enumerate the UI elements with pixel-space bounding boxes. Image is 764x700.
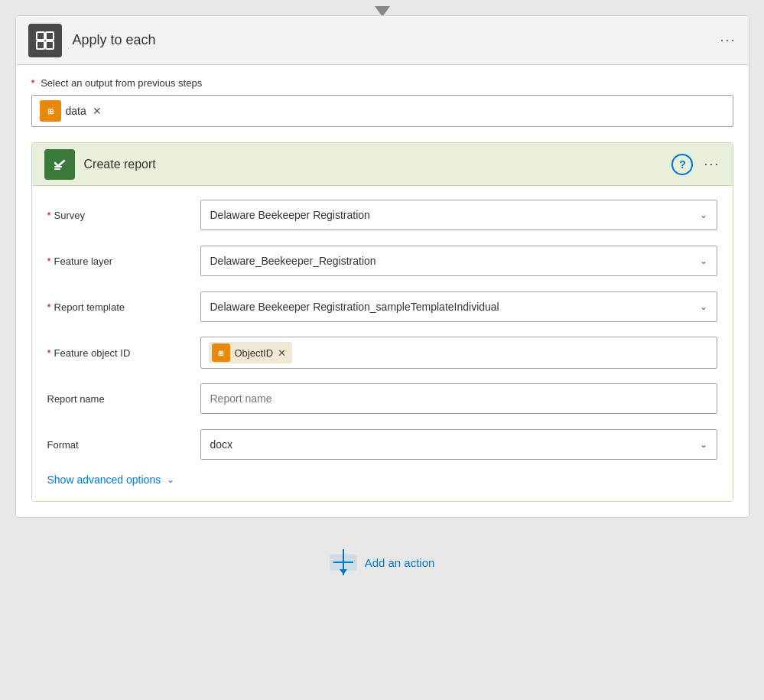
apply-each-icon [28, 24, 62, 57]
object-id-input[interactable]: ⊞ ObjectID ✕ [200, 337, 717, 369]
svg-rect-1 [37, 41, 44, 49]
data-tag-text: data [66, 105, 86, 117]
data-tag: ⊞ data ✕ [40, 100, 102, 122]
svg-rect-3 [46, 41, 54, 49]
create-report-title: Create report [84, 158, 672, 171]
add-action-container: Add an action [330, 549, 435, 576]
header-actions: ··· [720, 32, 736, 48]
object-id-text: ObjectID [235, 347, 274, 359]
feature-object-id-label: * Feature object ID [47, 347, 200, 359]
advanced-options: Show advanced options ⌄ [47, 474, 717, 486]
add-action-icon [330, 549, 357, 576]
object-id-tag: ⊞ ObjectID ✕ [209, 342, 293, 363]
survey-label: * Survey [47, 210, 200, 221]
card-title: Apply to each [73, 32, 720, 48]
svg-text:⊞: ⊞ [218, 350, 224, 357]
survey-value: Delaware Beekeeper Registration [210, 209, 370, 221]
report-template-row: * Report template Delaware Beekeeper Reg… [47, 290, 717, 324]
feature-layer-dropdown[interactable]: Delaware_Beekeeper_Registration ⌄ [200, 246, 717, 276]
format-label: Format [47, 439, 200, 451]
format-chevron-icon: ⌄ [700, 439, 707, 450]
feature-layer-row: * Feature layer Delaware_Beekeeper_Regis… [47, 244, 717, 278]
card-body: * Select an output from previous steps ⊞… [16, 65, 749, 517]
feature-layer-label: * Feature layer [47, 256, 200, 267]
add-action-label: Add an action [365, 556, 435, 569]
select-output-section: * Select an output from previous steps ⊞… [31, 77, 733, 127]
feature-object-id-row: * Feature object ID ⊞ [47, 336, 717, 370]
svg-rect-0 [37, 32, 44, 40]
help-button[interactable]: ? [671, 154, 693, 175]
survey-chevron-icon: ⌄ [700, 210, 707, 220]
show-advanced-options-link[interactable]: Show advanced options [47, 474, 161, 486]
report-name-input[interactable] [200, 383, 717, 414]
feature-object-id-field[interactable]: ⊞ ObjectID ✕ [200, 337, 717, 369]
card-header: Apply to each ··· [16, 16, 749, 65]
required-star: * [31, 77, 35, 89]
object-id-tag-icon: ⊞ [212, 343, 230, 362]
format-value: docx [210, 438, 233, 451]
apply-to-each-card: Apply to each ··· * Select an output fro… [15, 15, 749, 518]
svg-rect-2 [46, 32, 54, 40]
feature-layer-value: Delaware_Beekeeper_Registration [210, 255, 376, 267]
feature-layer-field[interactable]: Delaware_Beekeeper_Registration ⌄ [200, 246, 717, 276]
create-report-body: * Survey Delaware Beekeeper Registration… [32, 186, 733, 501]
report-template-value: Delaware Beekeeper Registration_sampleTe… [210, 301, 499, 313]
report-template-dropdown[interactable]: Delaware Beekeeper Registration_sampleTe… [200, 291, 717, 322]
report-name-row: Report name [47, 382, 717, 415]
create-report-header: Create report ? ··· [32, 143, 733, 186]
data-tag-close[interactable]: ✕ [93, 105, 102, 117]
svg-marker-14 [340, 569, 347, 575]
create-report-more-button[interactable]: ··· [704, 156, 720, 172]
select-output-label: * Select an output from previous steps [31, 77, 733, 89]
page-container: Apply to each ··· * Select an output fro… [0, 0, 764, 700]
object-id-close[interactable]: ✕ [278, 347, 286, 359]
select-output-input[interactable]: ⊞ data ✕ [31, 95, 733, 127]
survey-row: * Survey Delaware Beekeeper Registration… [47, 198, 717, 232]
create-report-card: Create report ? ··· * Survey [31, 142, 733, 502]
survey-field[interactable]: Delaware Beekeeper Registration ⌄ [200, 200, 717, 230]
format-row: Format docx ⌄ [47, 428, 717, 461]
advanced-chevron-icon: ⌄ [167, 474, 174, 485]
data-tag-icon: ⊞ [40, 100, 61, 122]
report-template-field[interactable]: Delaware Beekeeper Registration_sampleTe… [200, 291, 717, 322]
create-report-icon [44, 149, 75, 180]
header-more-button[interactable]: ··· [720, 32, 736, 48]
report-name-field[interactable] [200, 383, 717, 414]
create-report-actions: ? ··· [671, 154, 720, 175]
svg-text:⊞: ⊞ [47, 107, 54, 116]
survey-dropdown[interactable]: Delaware Beekeeper Registration ⌄ [200, 200, 717, 230]
report-template-label: * Report template [47, 301, 200, 313]
format-field[interactable]: docx ⌄ [200, 429, 717, 460]
connector-arrow [375, 6, 390, 15]
add-action-button[interactable]: Add an action [330, 549, 435, 576]
feature-layer-chevron-icon: ⌄ [700, 256, 707, 266]
report-template-chevron-icon: ⌄ [700, 301, 707, 312]
report-name-label: Report name [47, 393, 200, 405]
format-dropdown[interactable]: docx ⌄ [200, 429, 717, 460]
